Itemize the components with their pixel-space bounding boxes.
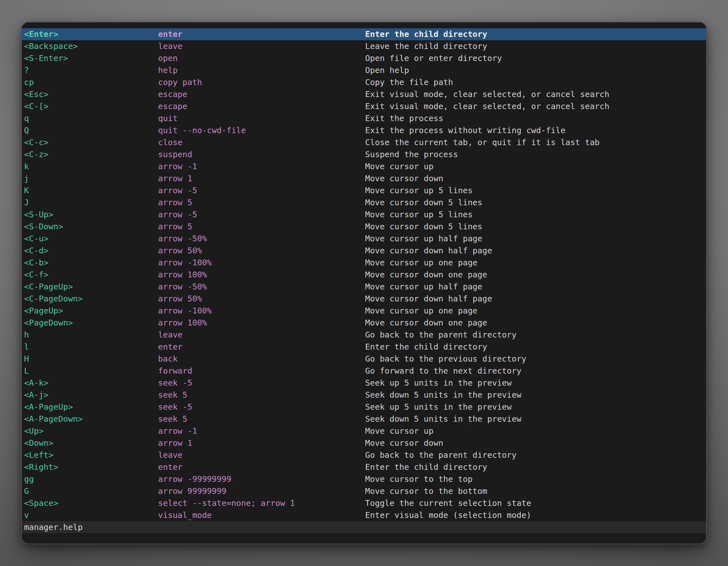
keybind-key: cp: [24, 76, 158, 88]
keybind-description: Move cursor to the bottom: [365, 485, 706, 497]
keybind-description: Move cursor up: [365, 161, 706, 173]
keybind-row[interactable]: <S-Up>arrow -5Move cursor up 5 lines: [22, 209, 706, 221]
keybind-description: Seek down 5 units in the preview: [365, 413, 706, 425]
keybind-command: arrow 1: [158, 437, 365, 449]
keybind-row[interactable]: <C-f>arrow 100%Move cursor down one page: [22, 269, 706, 281]
keybind-key: <A-k>: [24, 377, 158, 389]
keybind-command: arrow 5: [158, 221, 365, 233]
keybind-row[interactable]: <Left>leaveGo back to the parent directo…: [22, 449, 706, 461]
keybind-key: Q: [24, 125, 158, 137]
keybind-row[interactable]: <S-Enter>openOpen file or enter director…: [22, 52, 706, 64]
keybind-description: Exit the process: [365, 112, 706, 125]
keybind-row[interactable]: <PageUp>arrow -100%Move cursor up one pa…: [22, 305, 706, 317]
keybind-row[interactable]: <C-[>escapeExit visual mode, clear selec…: [22, 100, 706, 112]
keybind-description: Seek up 5 units in the preview: [365, 401, 706, 413]
keybind-description: Move cursor up half page: [365, 233, 706, 245]
keybind-command: open: [158, 52, 365, 64]
keybind-row[interactable]: <Up>arrow -1Move cursor up: [22, 425, 706, 437]
keybind-command: enter: [158, 461, 365, 473]
keybind-row[interactable]: Jarrow 5Move cursor down 5 lines: [22, 197, 706, 209]
keybind-key: k: [24, 161, 158, 173]
keybind-row[interactable]: hleaveGo back to the parent directory: [22, 329, 706, 341]
keybind-command: enter: [158, 28, 365, 40]
keybind-key: <Backspace>: [24, 40, 158, 52]
keybind-row[interactable]: Karrow -5Move cursor up 5 lines: [22, 185, 706, 197]
keybind-command: quit --no-cwd-file: [158, 125, 365, 137]
keybind-row[interactable]: <A-k>seek -5Seek up 5 units in the previ…: [22, 377, 706, 389]
keybind-key: <C-b>: [24, 257, 158, 269]
keybind-description: Move cursor down: [365, 173, 706, 185]
keybind-command: suspend: [158, 149, 365, 161]
keybind-row[interactable]: <Space>select --state=none; arrow 1Toggl…: [22, 497, 706, 509]
keybind-row[interactable]: <C-PageUp>arrow -50%Move cursor up half …: [22, 281, 706, 293]
keybind-row[interactable]: <A-PageDown>seek 5Seek down 5 units in t…: [22, 413, 706, 425]
keybind-description: Move cursor up 5 lines: [365, 185, 706, 197]
keybind-row[interactable]: <C-b>arrow -100%Move cursor up one page: [22, 257, 706, 269]
keybind-key: L: [24, 365, 158, 377]
keybind-row[interactable]: LforwardGo forward to the next directory: [22, 365, 706, 377]
keybind-command: arrow -50%: [158, 281, 365, 293]
keybind-row-selected[interactable]: <Enter>enterEnter the child directory: [22, 28, 706, 40]
keybind-key: <Space>: [24, 497, 158, 509]
keybind-key: <C-d>: [24, 245, 158, 257]
keybind-row[interactable]: lenterEnter the child directory: [22, 341, 706, 353]
keybind-command: select --state=none; arrow 1: [158, 497, 365, 509]
keybind-command: escape: [158, 100, 365, 112]
status-mode-label: manager.help: [24, 522, 83, 532]
keybind-key: q: [24, 112, 158, 125]
keybind-row[interactable]: <C-z>suspendSuspend the process: [22, 149, 706, 161]
keybind-row[interactable]: Garrow 99999999Move cursor to the bottom: [22, 485, 706, 497]
keybind-row[interactable]: ?helpOpen help: [22, 64, 706, 76]
keybind-command: arrow -5: [158, 209, 365, 221]
keybind-row[interactable]: <C-PageDown>arrow 50%Move cursor down ha…: [22, 293, 706, 305]
keybind-key: <C-[>: [24, 100, 158, 112]
keybind-row[interactable]: Qquit --no-cwd-fileExit the process with…: [22, 125, 706, 137]
keybind-command: quit: [158, 112, 365, 125]
keybind-command: arrow -100%: [158, 257, 365, 269]
keybind-command: seek 5: [158, 389, 365, 401]
keybind-description: Copy the file path: [365, 76, 706, 88]
keybind-command: copy path: [158, 76, 365, 88]
keybind-command: arrow -99999999: [158, 473, 365, 485]
keybind-row[interactable]: qquitExit the process: [22, 112, 706, 125]
keybind-key: <C-PageUp>: [24, 281, 158, 293]
keybind-key: l: [24, 341, 158, 353]
keybind-command: arrow -5: [158, 185, 365, 197]
keybind-row[interactable]: vvisual_modeEnter visual mode (selection…: [22, 509, 706, 521]
keybind-row[interactable]: <Esc>escapeExit visual mode, clear selec…: [22, 88, 706, 100]
keybind-row[interactable]: <C-c>closeClose the current tab, or quit…: [22, 137, 706, 149]
keybind-description: Move cursor down half page: [365, 245, 706, 257]
keybind-key: <A-PageUp>: [24, 401, 158, 413]
keybind-row[interactable]: jarrow 1Move cursor down: [22, 173, 706, 185]
keybind-row[interactable]: <A-PageUp>seek -5Seek up 5 units in the …: [22, 401, 706, 413]
keybind-description: Open file or enter directory: [365, 52, 706, 64]
keybind-description: Seek up 5 units in the preview: [365, 377, 706, 389]
keybind-command: seek 5: [158, 413, 365, 425]
keybind-row[interactable]: cpcopy pathCopy the file path: [22, 76, 706, 88]
keybind-row[interactable]: karrow -1Move cursor up: [22, 161, 706, 173]
keybind-row[interactable]: <C-u>arrow -50%Move cursor up half page: [22, 233, 706, 245]
keybind-description: Exit visual mode, clear selected, or can…: [365, 100, 706, 112]
keybind-description: Move cursor down one page: [365, 317, 706, 329]
keybind-key: j: [24, 173, 158, 185]
keybind-row[interactable]: <C-d>arrow 50%Move cursor down half page: [22, 245, 706, 257]
keybind-row[interactable]: <Backspace>leaveLeave the child director…: [22, 40, 706, 52]
keybind-description: Leave the child directory: [365, 40, 706, 52]
keybind-key: <C-f>: [24, 269, 158, 281]
keybind-row[interactable]: <Down>arrow 1Move cursor down: [22, 437, 706, 449]
keybind-command: back: [158, 353, 365, 365]
keybind-description: Move cursor down half page: [365, 293, 706, 305]
keybind-command: seek -5: [158, 377, 365, 389]
keybind-row[interactable]: HbackGo back to the previous directory: [22, 353, 706, 365]
keybind-row[interactable]: <S-Down>arrow 5Move cursor down 5 lines: [22, 221, 706, 233]
keybind-command: leave: [158, 40, 365, 52]
keybind-command: escape: [158, 88, 365, 100]
keybind-description: Move cursor up half page: [365, 281, 706, 293]
keybind-row[interactable]: <Right>enterEnter the child directory: [22, 461, 706, 473]
keybind-command: arrow -100%: [158, 305, 365, 317]
keybind-row[interactable]: <PageDown>arrow 100%Move cursor down one…: [22, 317, 706, 329]
keybind-row[interactable]: <A-j>seek 5Seek down 5 units in the prev…: [22, 389, 706, 401]
keybind-row[interactable]: ggarrow -99999999Move cursor to the top: [22, 473, 706, 485]
keybind-description: Toggle the current selection state: [365, 497, 706, 509]
keybind-description: Move cursor down 5 lines: [365, 221, 706, 233]
